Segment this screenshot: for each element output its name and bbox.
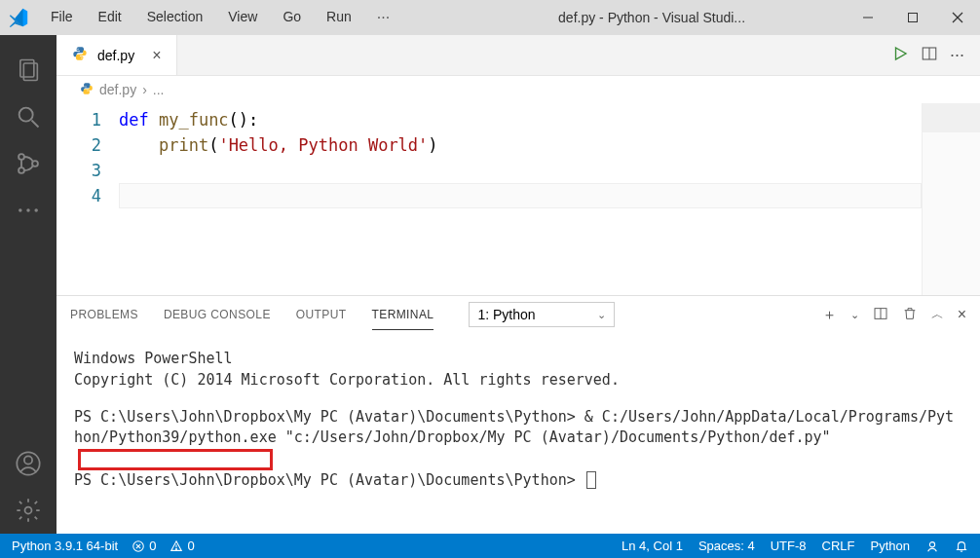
chevron-down-icon[interactable]: ⌄ [850, 309, 859, 321]
code-editor[interactable]: 1 2 3 4 def my_func(): print('Hello, Pyt… [57, 103, 980, 295]
status-language[interactable]: Python [871, 539, 910, 553]
menu-file[interactable]: File [41, 5, 83, 30]
menu-selection[interactable]: Selection [137, 5, 213, 30]
python-file-icon [72, 46, 88, 64]
svg-point-6 [19, 108, 33, 122]
status-python-version[interactable]: Python 3.9.1 64-bit [12, 539, 118, 553]
activity-bar [0, 35, 57, 534]
menu-overflow-icon[interactable]: ··· [367, 5, 399, 30]
svg-point-12 [26, 208, 30, 212]
search-icon[interactable] [0, 93, 57, 140]
settings-gear-icon[interactable] [0, 487, 57, 534]
feedback-icon[interactable] [925, 539, 939, 553]
panel-tab-problems[interactable]: PROBLEMS [70, 300, 138, 329]
title-bar: File Edit Selection View Go Run ··· def.… [0, 0, 980, 35]
panel-tab-terminal[interactable]: TERMINAL [372, 300, 434, 330]
status-bar: Python 3.9.1 64-bit 0 0 Ln 4, Col 1 Spac… [0, 534, 980, 558]
panel-tab-debug[interactable]: DEBUG CONSOLE [164, 300, 271, 329]
tab-def-py[interactable]: def.py × [57, 35, 177, 75]
svg-point-11 [19, 208, 22, 212]
split-terminal-icon[interactable] [873, 306, 888, 324]
menu-view[interactable]: View [218, 5, 267, 30]
panel-tabs: PROBLEMS DEBUG CONSOLE OUTPUT TERMINAL 1… [57, 296, 980, 333]
editor-tabs: def.py × ··· [57, 35, 980, 76]
source-control-icon[interactable] [0, 140, 57, 187]
menu-go[interactable]: Go [273, 5, 311, 30]
main-menu: File Edit Selection View Go Run ··· [41, 5, 399, 30]
svg-point-16 [25, 507, 32, 514]
terminal-cursor [586, 471, 596, 489]
code-area[interactable]: def my_func(): print('Hello, Python Worl… [119, 103, 922, 295]
vscode-logo-icon [8, 7, 29, 28]
svg-point-25 [176, 548, 177, 549]
chevron-down-icon: ⌄ [597, 309, 606, 321]
window-controls [846, 0, 980, 35]
python-file-icon [80, 82, 94, 98]
editor-more-icon[interactable]: ··· [950, 45, 964, 65]
svg-point-26 [929, 541, 934, 546]
highlight-box [78, 449, 273, 470]
close-button[interactable] [935, 0, 980, 35]
minimize-button[interactable] [846, 0, 890, 35]
terminal-selector-label: 1: Python [477, 307, 535, 322]
terminal-selector[interactable]: 1: Python ⌄ [469, 302, 615, 327]
svg-point-15 [24, 456, 32, 464]
svg-point-10 [32, 161, 38, 167]
terminal-line: PS C:\Users\John\Dropbox\My PC (Avatar)\… [74, 470, 962, 492]
window-title: def.py - Python - Visual Studi... [399, 10, 846, 25]
status-warnings[interactable]: 0 [170, 539, 194, 553]
explorer-icon[interactable] [0, 47, 57, 93]
minimap[interactable] [922, 103, 980, 295]
breadcrumb-rest: ... [153, 82, 165, 97]
more-icon[interactable] [0, 187, 57, 234]
tab-label: def.py [97, 48, 134, 63]
svg-rect-1 [909, 14, 918, 22]
breadcrumb-file: def.py [99, 82, 136, 97]
chevron-up-icon[interactable]: ︿ [931, 306, 944, 323]
svg-point-13 [34, 208, 38, 212]
status-eol[interactable]: CRLF [822, 539, 855, 553]
terminal-line: PS C:\Users\John\Dropbox\My PC (Avatar)\… [74, 407, 962, 471]
bell-icon[interactable] [955, 539, 968, 553]
panel-close-icon[interactable]: × [958, 306, 966, 323]
run-file-icon[interactable] [891, 45, 909, 65]
tab-close-icon[interactable]: × [152, 47, 161, 64]
svg-rect-5 [23, 63, 37, 81]
breadcrumb-sep: › [142, 82, 147, 97]
minimap-thumb[interactable] [923, 103, 980, 132]
status-spaces[interactable]: Spaces: 4 [698, 539, 755, 553]
terminal-line: Windows PowerShell [74, 349, 962, 370]
status-errors[interactable]: 0 [132, 539, 156, 553]
status-encoding[interactable]: UTF-8 [771, 539, 807, 553]
menu-run[interactable]: Run [317, 5, 361, 30]
line-gutter: 1 2 3 4 [57, 103, 119, 295]
maximize-button[interactable] [890, 0, 935, 35]
trash-icon[interactable] [902, 306, 918, 324]
terminal-body[interactable]: Windows PowerShell Copyright (C) 2014 Mi… [57, 333, 980, 534]
svg-point-9 [19, 167, 24, 173]
svg-rect-4 [20, 60, 34, 78]
bottom-panel: PROBLEMS DEBUG CONSOLE OUTPUT TERMINAL 1… [57, 295, 980, 534]
new-terminal-icon[interactable]: ＋ [822, 306, 837, 324]
panel-tab-output[interactable]: OUTPUT [296, 300, 347, 329]
account-icon[interactable] [0, 440, 57, 487]
status-cursor[interactable]: Ln 4, Col 1 [622, 539, 683, 553]
svg-line-7 [32, 121, 39, 128]
terminal-line: Copyright (C) 2014 Microsoft Corporation… [74, 370, 962, 391]
svg-point-8 [19, 154, 24, 160]
breadcrumb[interactable]: def.py › ... [57, 76, 980, 103]
split-editor-icon[interactable] [921, 45, 938, 65]
menu-edit[interactable]: Edit [89, 5, 132, 30]
